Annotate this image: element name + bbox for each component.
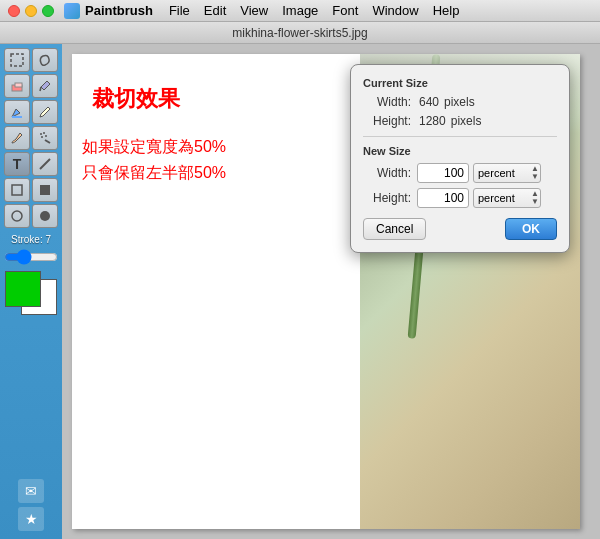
oval-filled-icon bbox=[38, 209, 52, 223]
svg-point-6 bbox=[43, 132, 45, 134]
height-unit-wrapper: pixels percent ▲▼ bbox=[469, 188, 541, 208]
current-width-value: 640 bbox=[419, 95, 439, 109]
email-icon[interactable]: ✉ bbox=[18, 479, 44, 503]
current-height-row: Height: 1280 pixels bbox=[363, 114, 557, 128]
svg-rect-2 bbox=[15, 83, 22, 87]
menu-view[interactable]: View bbox=[240, 3, 268, 18]
minimize-button[interactable] bbox=[25, 5, 37, 17]
toolbar: T Stroke: 7 bbox=[0, 44, 62, 539]
scale-dialog: Current Size Width: 640 pixels Height: 1… bbox=[350, 64, 570, 253]
brush-icon bbox=[10, 131, 24, 145]
stroke-label: Stroke: 7 bbox=[11, 234, 51, 245]
tool-row-6 bbox=[4, 178, 58, 202]
menu-edit[interactable]: Edit bbox=[204, 3, 226, 18]
close-button[interactable] bbox=[8, 5, 20, 17]
canvas-sub-text-line2: 只會保留左半部50% bbox=[82, 160, 226, 186]
current-size-title: Current Size bbox=[363, 77, 557, 89]
width-unit-select[interactable]: pixels percent bbox=[473, 163, 541, 183]
app-icon bbox=[64, 3, 80, 19]
svg-rect-0 bbox=[11, 54, 23, 66]
tool-row-7 bbox=[4, 204, 58, 228]
new-height-row: Height: pixels percent ▲▼ bbox=[363, 188, 557, 208]
new-width-input[interactable] bbox=[417, 163, 469, 183]
star-icon[interactable]: ★ bbox=[18, 507, 44, 531]
svg-point-13 bbox=[40, 211, 50, 221]
svg-point-12 bbox=[12, 211, 22, 221]
current-height-value: 1280 bbox=[419, 114, 446, 128]
lasso-icon bbox=[38, 53, 52, 67]
foreground-color-swatch[interactable] bbox=[5, 271, 41, 307]
lasso-tool[interactable] bbox=[32, 48, 58, 72]
dropper-icon bbox=[38, 79, 52, 93]
svg-point-8 bbox=[45, 135, 47, 137]
oval-filled-tool[interactable] bbox=[32, 204, 58, 228]
current-width-label: Width: bbox=[363, 95, 411, 109]
current-width-unit: pixels bbox=[444, 95, 475, 109]
svg-rect-10 bbox=[12, 185, 22, 195]
text-tool-icon: T bbox=[13, 156, 22, 172]
dialog-divider bbox=[363, 136, 557, 137]
current-width-row: Width: 640 pixels bbox=[363, 95, 557, 109]
new-height-label: Height: bbox=[363, 191, 411, 205]
pencil-tool[interactable] bbox=[32, 100, 58, 124]
fill-tool[interactable] bbox=[4, 100, 30, 124]
pencil-icon bbox=[38, 105, 52, 119]
current-height-label: Height: bbox=[363, 114, 411, 128]
eraser-tool[interactable] bbox=[4, 74, 30, 98]
maximize-button[interactable] bbox=[42, 5, 54, 17]
menubar: Paintbrush File Edit View Image Font Win… bbox=[0, 0, 600, 22]
rect-filled-icon bbox=[38, 183, 52, 197]
cancel-button[interactable]: Cancel bbox=[363, 218, 426, 240]
svg-rect-11 bbox=[40, 185, 50, 195]
width-unit-wrapper: pixels percent ▲▼ bbox=[469, 163, 541, 183]
eraser-icon bbox=[10, 79, 24, 93]
select-rect-icon bbox=[10, 53, 24, 67]
canvas-sub-text: 如果設定寬度為50% 只會保留左半部50% bbox=[82, 134, 226, 185]
new-height-input[interactable] bbox=[417, 188, 469, 208]
svg-point-5 bbox=[40, 133, 42, 135]
menu-help[interactable]: Help bbox=[433, 3, 460, 18]
toolbar-bottom: ✉ ★ bbox=[18, 479, 44, 535]
brush-tool[interactable] bbox=[4, 126, 30, 150]
rect-outline-icon bbox=[10, 183, 24, 197]
dropper-tool[interactable] bbox=[32, 74, 58, 98]
canvas[interactable]: 裁切效果 如果設定寬度為50% 只會保留左半部50% Current Size … bbox=[72, 54, 580, 529]
svg-point-7 bbox=[41, 136, 43, 138]
stroke-slider[interactable] bbox=[4, 249, 58, 265]
line-tool[interactable] bbox=[32, 152, 58, 176]
menu-file[interactable]: File bbox=[169, 3, 190, 18]
canvas-area: 裁切效果 如果設定寬度為50% 只會保留左半部50% Current Size … bbox=[62, 44, 600, 539]
rect-filled-tool[interactable] bbox=[32, 178, 58, 202]
menu-window[interactable]: Window bbox=[372, 3, 418, 18]
main-area: T Stroke: 7 bbox=[0, 44, 600, 539]
text-tool[interactable]: T bbox=[4, 152, 30, 176]
titlebar: mikhina-flower-skirts5.jpg bbox=[0, 22, 600, 44]
tool-row-5: T bbox=[4, 152, 58, 176]
tool-row-3 bbox=[4, 100, 58, 124]
window-title: mikhina-flower-skirts5.jpg bbox=[232, 26, 367, 40]
spray-icon bbox=[38, 131, 52, 145]
rect-outline-tool[interactable] bbox=[4, 178, 30, 202]
select-rect-tool[interactable] bbox=[4, 48, 30, 72]
new-size-title: New Size bbox=[363, 145, 557, 157]
traffic-lights bbox=[8, 5, 54, 17]
svg-line-9 bbox=[40, 159, 50, 169]
tool-row-4 bbox=[4, 126, 58, 150]
menu-font[interactable]: Font bbox=[332, 3, 358, 18]
app-name: Paintbrush bbox=[85, 3, 153, 18]
oval-outline-tool[interactable] bbox=[4, 204, 30, 228]
tool-row-1 bbox=[4, 48, 58, 72]
canvas-title-text: 裁切效果 bbox=[92, 84, 180, 114]
spray-tool[interactable] bbox=[32, 126, 58, 150]
dialog-buttons: Cancel OK bbox=[363, 218, 557, 240]
fill-icon bbox=[10, 105, 24, 119]
menu-image[interactable]: Image bbox=[282, 3, 318, 18]
tool-row-2 bbox=[4, 74, 58, 98]
new-width-row: Width: pixels percent ▲▼ bbox=[363, 163, 557, 183]
height-unit-select[interactable]: pixels percent bbox=[473, 188, 541, 208]
new-width-label: Width: bbox=[363, 166, 411, 180]
canvas-sub-text-line1: 如果設定寬度為50% bbox=[82, 134, 226, 160]
oval-outline-icon bbox=[10, 209, 24, 223]
current-height-unit: pixels bbox=[451, 114, 482, 128]
ok-button[interactable]: OK bbox=[505, 218, 557, 240]
